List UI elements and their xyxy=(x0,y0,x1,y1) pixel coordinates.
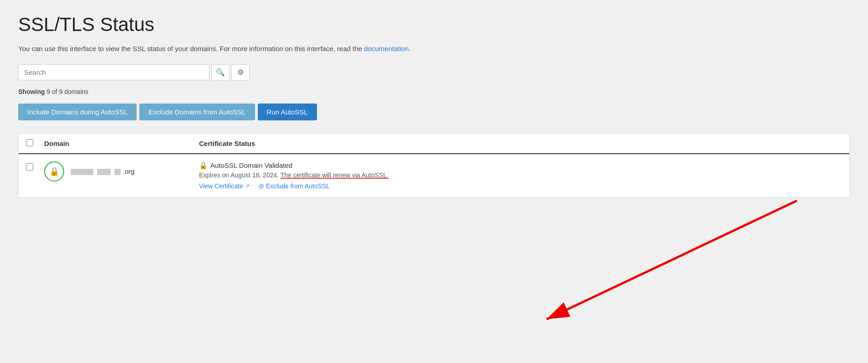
include-domains-button[interactable]: Include Domains during AutoSSL xyxy=(18,104,137,120)
cert-links: View Certificate ↗ ⊘ Exclude from AutoSS… xyxy=(199,182,842,190)
settings-button[interactable]: ⚙ xyxy=(231,64,250,81)
search-row: 🔍 ⚙ xyxy=(18,64,850,81)
domain-redacted-part2 xyxy=(97,169,111,175)
action-buttons: Include Domains during AutoSSL Exclude D… xyxy=(18,104,850,120)
cert-status-cell: 🔒 AutoSSL Domain Validated Expires on Au… xyxy=(199,161,842,190)
cert-status-title-line: 🔒 AutoSSL Domain Validated xyxy=(199,161,842,170)
domain-suffix: .org xyxy=(123,167,135,175)
search-button[interactable]: 🔍 xyxy=(211,64,230,81)
view-certificate-label: View Certificate xyxy=(199,182,243,190)
search-icon: 🔍 xyxy=(216,68,225,77)
domain-name: .org xyxy=(71,167,134,175)
exclude-icon: ⊘ xyxy=(259,182,264,190)
exclude-domains-button[interactable]: Exclude Domains from AutoSSL xyxy=(139,104,255,120)
cert-status-title: AutoSSL Domain Validated xyxy=(210,161,292,169)
documentation-link[interactable]: documentation xyxy=(364,45,408,52)
row-checkbox[interactable] xyxy=(26,163,33,171)
exclude-label: Exclude from AutoSSL xyxy=(266,182,330,190)
cert-expiry-text: Expires on August 18, 2024. The certific… xyxy=(199,171,842,179)
svg-line-1 xyxy=(546,201,797,319)
page-description: You can use this interface to view the S… xyxy=(18,44,850,54)
domains-table: Domain Certificate Status 🔒 .org 🔒 AutoS… xyxy=(18,133,850,198)
showing-text: Showing 9 of 9 domains xyxy=(18,88,850,95)
view-certificate-link[interactable]: View Certificate ↗ xyxy=(199,182,250,190)
header-checkbox-cell xyxy=(26,139,44,148)
external-link-icon: ↗ xyxy=(245,183,250,189)
cert-status-column-header: Certificate Status xyxy=(199,140,842,147)
row-checkbox-cell xyxy=(26,161,44,172)
search-input[interactable] xyxy=(18,64,209,80)
domain-redacted-part3 xyxy=(114,169,121,175)
run-autossl-button[interactable]: Run AutoSSL xyxy=(258,104,317,120)
table-row: 🔒 .org 🔒 AutoSSL Domain Validated Expire… xyxy=(19,154,849,197)
domain-ssl-icon: 🔒 xyxy=(44,161,64,182)
exclude-from-autossl-link[interactable]: ⊘ Exclude from AutoSSL xyxy=(259,182,330,190)
cert-expiry-plain: Expires on August 18, 2024. xyxy=(199,171,281,179)
gear-icon: ⚙ xyxy=(237,68,244,77)
select-all-checkbox[interactable] xyxy=(26,139,33,146)
table-header: Domain Certificate Status xyxy=(19,134,849,154)
cert-lock-icon: 🔒 xyxy=(199,161,208,170)
lock-icon: 🔒 xyxy=(49,166,59,176)
domain-cell: 🔒 .org xyxy=(44,161,199,182)
domain-column-header: Domain xyxy=(44,140,199,147)
page-title: SSL/TLS Status xyxy=(18,14,850,36)
domain-redacted-part1 xyxy=(71,169,93,175)
cert-renew-text: The certificate will renew via AutoSSL. xyxy=(281,171,388,179)
